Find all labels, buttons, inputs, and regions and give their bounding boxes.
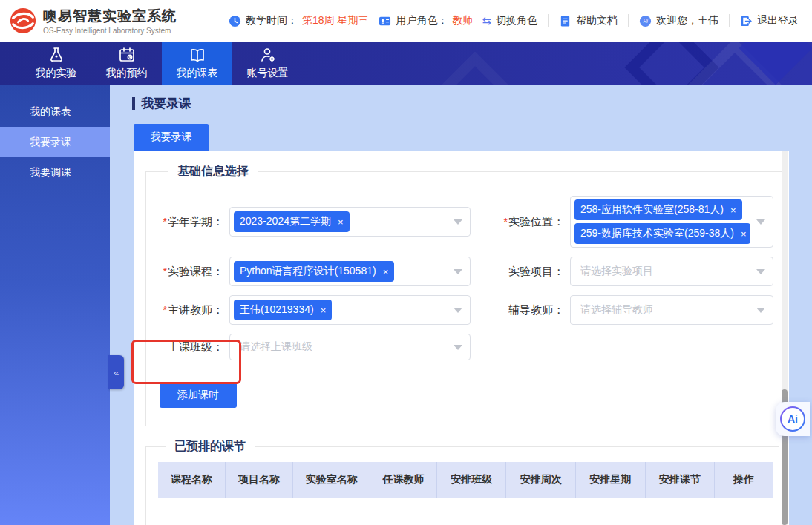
location-select[interactable]: 258-应用软件实验室(258-81人)×259-数据库技术实验室(259-38… bbox=[570, 196, 773, 248]
chevron-down-icon bbox=[756, 308, 765, 313]
field-label: 上课班级： bbox=[168, 340, 223, 353]
basic-info-section: 基础信息选择 *学年学期： 2023-2024第二学期× *实验位置： 258-… bbox=[145, 164, 788, 426]
logo-area: 噢易智慧实验室系统 OS-Easy Intelligent Laboratory… bbox=[0, 7, 223, 35]
table-header-row: 课程名称项目名称实验室名称任课教师安排班级安排周次安排星期安排课节操作 bbox=[158, 462, 773, 498]
required-mark: * bbox=[163, 303, 167, 316]
sidebar-item-adjust-course[interactable]: 我要调课 bbox=[0, 157, 110, 188]
nav-label: 账号设置 bbox=[247, 67, 289, 80]
remove-tag-icon[interactable]: × bbox=[321, 306, 327, 315]
header-divider bbox=[729, 14, 730, 27]
table-column-header: 安排周次 bbox=[506, 462, 576, 498]
field-label: 学年学期： bbox=[168, 215, 223, 228]
tag-label: 259-数据库技术实验室(259-38人) bbox=[580, 227, 734, 240]
user-role-label: 用户角色： bbox=[396, 14, 448, 27]
field-teacher: *主讲教师： 王伟(10219334)× bbox=[155, 295, 471, 325]
nav-item-my-reservations[interactable]: 我的预约 bbox=[91, 42, 162, 85]
help-doc-button[interactable]: 帮助文档 bbox=[559, 14, 618, 27]
field-location: *实验位置： 258-应用软件实验室(258-81人)×259-数据库技术实验室… bbox=[496, 196, 773, 248]
selected-tag: 王伟(10219334)× bbox=[234, 300, 332, 320]
tag-label: 258-应用软件实验室(258-81人) bbox=[580, 203, 724, 217]
user-role: 用户角色： 教师 ⇆ 切换角色 bbox=[379, 14, 537, 27]
assistant-select[interactable]: 请选择辅导教师 bbox=[570, 295, 773, 325]
tab-record-course[interactable]: 我要录课 bbox=[134, 124, 209, 151]
basic-info-legend: 基础信息选择 bbox=[168, 164, 258, 179]
book-icon bbox=[189, 46, 206, 64]
switch-role-button[interactable]: 切换角色 bbox=[496, 14, 537, 27]
remove-tag-icon[interactable]: × bbox=[741, 229, 747, 239]
logout-button[interactable]: 退出登录 bbox=[740, 14, 799, 27]
page-title: 我要录课 bbox=[132, 95, 812, 112]
clock-icon bbox=[229, 15, 241, 27]
nav-label: 我的预约 bbox=[106, 67, 148, 80]
tag-label: Python语言程序设计(150581) bbox=[240, 265, 376, 278]
remove-tag-icon[interactable]: × bbox=[730, 205, 736, 215]
nav-item-my-timetable[interactable]: 我的课表 bbox=[162, 42, 232, 85]
title-bar-decoration bbox=[132, 97, 135, 110]
required-mark: * bbox=[163, 215, 167, 228]
remove-tag-icon[interactable]: × bbox=[338, 217, 344, 227]
chevron-down-icon bbox=[454, 219, 462, 225]
semester-select[interactable]: 2023-2024第二学期× bbox=[229, 207, 471, 237]
table-body-empty bbox=[158, 498, 773, 525]
document-icon bbox=[559, 15, 572, 27]
field-label: 辅导教师： bbox=[508, 303, 564, 316]
selected-tag: Python语言程序设计(150581)× bbox=[234, 261, 394, 282]
field-assistant: *辅导教师： 请选择辅导教师 bbox=[496, 295, 773, 325]
nav-item-my-experiments[interactable]: 我的实验 bbox=[21, 42, 91, 85]
teaching-time-label: 教学时间： bbox=[246, 14, 298, 27]
sidebar-item-record-course[interactable]: 我要录课 bbox=[0, 127, 110, 157]
nav-label: 我的实验 bbox=[36, 67, 77, 80]
teacher-select[interactable]: 王伟(10219334)× bbox=[229, 295, 471, 325]
select-placeholder: 请选择辅导教师 bbox=[574, 303, 653, 317]
app-title: 噢易智慧实验室系统 bbox=[43, 7, 177, 26]
chevron-down-icon bbox=[454, 308, 462, 313]
id-card-icon bbox=[379, 15, 391, 27]
welcome-user: Hi 欢迎您，王伟 bbox=[639, 14, 718, 27]
table-column-header: 任课教师 bbox=[370, 462, 436, 498]
nav-item-account-settings[interactable]: 账号设置 bbox=[232, 42, 303, 85]
class-select[interactable]: 请选择上课班级 bbox=[229, 334, 471, 360]
teaching-time-value: 第18周 星期三 bbox=[302, 14, 368, 27]
ai-icon: Ai bbox=[780, 406, 805, 432]
table-column-header: 课程名称 bbox=[158, 462, 226, 498]
chevron-down-icon bbox=[756, 219, 765, 225]
course-select[interactable]: Python语言程序设计(150581)× bbox=[229, 257, 471, 286]
user-role-value: 教师 bbox=[452, 14, 473, 27]
logout-label: 退出登录 bbox=[757, 14, 799, 27]
teaching-time: 教学时间： 第18周 星期三 bbox=[229, 14, 368, 27]
chevron-down-icon bbox=[756, 269, 765, 274]
app-subtitle: OS-Easy Intelligent Laboratory System bbox=[43, 27, 177, 35]
main-content: 我要录课 我要录课 基础信息选择 *学年学期： 2023-2024第二学期× *… bbox=[110, 85, 812, 525]
vertical-scrollbar-track[interactable] bbox=[782, 151, 788, 525]
field-class: *上课班级： 请选择上课班级 bbox=[155, 334, 471, 360]
header-divider bbox=[628, 14, 629, 27]
field-label: 实验位置： bbox=[508, 215, 564, 228]
remove-tag-icon[interactable]: × bbox=[383, 267, 389, 277]
user-hi-icon: Hi bbox=[639, 15, 652, 27]
table-column-header: 安排星期 bbox=[576, 462, 646, 498]
chevron-down-icon bbox=[454, 269, 462, 274]
content-panel: 基础信息选择 *学年学期： 2023-2024第二学期× *实验位置： 258-… bbox=[134, 151, 789, 525]
scheduled-table: 课程名称项目名称实验室名称任课教师安排班级安排周次安排星期安排课节操作 bbox=[158, 462, 773, 525]
tag-label: 2023-2024第二学期 bbox=[240, 215, 331, 228]
nav-label: 我的课表 bbox=[177, 67, 218, 80]
field-course: *实验课程： Python语言程序设计(150581)× bbox=[155, 257, 471, 286]
help-doc-label: 帮助文档 bbox=[576, 14, 618, 27]
header-divider bbox=[548, 14, 549, 27]
select-placeholder: 请选择上课班级 bbox=[234, 340, 312, 354]
app-logo-icon bbox=[9, 7, 37, 35]
sidebar-item-my-timetable[interactable]: 我的课表 bbox=[0, 96, 110, 127]
field-semester: *学年学期： 2023-2024第二学期× bbox=[155, 207, 471, 237]
add-lesson-button[interactable]: 添加课时 bbox=[160, 383, 237, 408]
chevron-down-icon bbox=[454, 345, 462, 350]
svg-text:Hi: Hi bbox=[643, 19, 648, 24]
swap-role-icon: ⇆ bbox=[482, 14, 491, 27]
project-select[interactable]: 请选择实验项目 bbox=[570, 257, 773, 286]
required-mark: * bbox=[503, 215, 508, 228]
table-column-header: 实验室名称 bbox=[293, 462, 370, 498]
sidebar-collapse-button[interactable]: « bbox=[108, 355, 124, 389]
table-column-header: 安排班级 bbox=[437, 462, 507, 498]
ai-assistant-button[interactable]: Ai bbox=[776, 402, 810, 436]
required-mark: * bbox=[163, 265, 167, 277]
main-nav: 我的实验 我的预约 我的课表 账号设置 bbox=[0, 42, 812, 85]
